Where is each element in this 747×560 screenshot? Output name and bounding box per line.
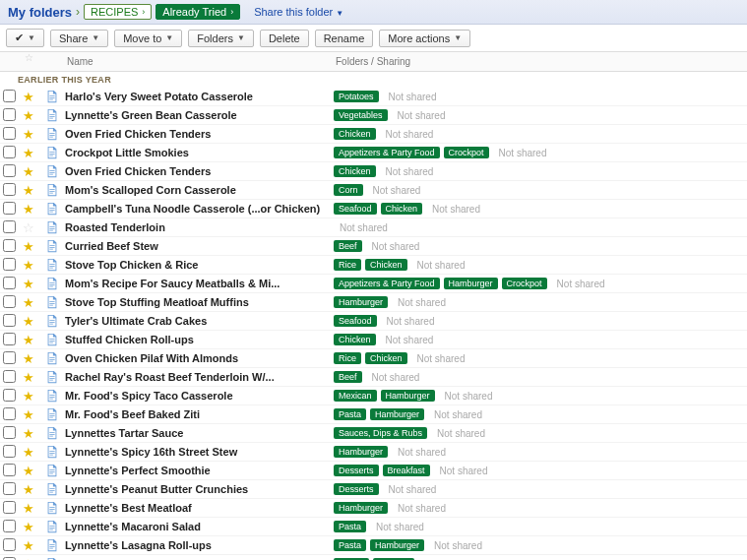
item-name[interactable]: Oven Chicken Pilaf With Almonds <box>65 350 334 366</box>
breadcrumb-root[interactable]: My folders <box>8 5 72 20</box>
breadcrumb-recipes[interactable]: RECIPES› <box>84 4 152 20</box>
folder-tag[interactable]: Hamburger <box>444 278 498 289</box>
row-checkbox[interactable] <box>0 258 18 273</box>
row-checkbox[interactable] <box>0 183 18 198</box>
folder-tag[interactable]: Hamburger <box>370 408 424 420</box>
item-name[interactable]: Lynnette's Best Meatloaf <box>65 500 334 516</box>
folder-tag[interactable]: Hamburger <box>334 296 388 308</box>
folder-tag[interactable]: Hamburger <box>370 539 424 551</box>
row-checkbox[interactable] <box>0 90 18 104</box>
folder-tag[interactable]: Beef <box>334 240 362 252</box>
folder-tag[interactable]: Pasta <box>334 408 366 420</box>
folder-tag[interactable]: Crockpot <box>444 147 489 158</box>
item-name[interactable]: Oven Fried Chicken Tenders <box>65 163 334 179</box>
folder-tag[interactable]: Desserts <box>334 465 379 476</box>
folder-tag[interactable]: Potatoes <box>334 91 379 102</box>
row-checkbox[interactable] <box>0 389 18 404</box>
move-to-button[interactable]: Move to▼ <box>114 30 182 47</box>
folder-tag[interactable]: Appetizers & Party Food <box>334 278 440 289</box>
item-name[interactable]: Stuffed Chicken Roll-ups <box>65 332 334 347</box>
folder-tag[interactable]: Chicken <box>365 259 407 271</box>
row-checkbox[interactable] <box>0 333 18 347</box>
row-checkbox[interactable] <box>0 239 18 254</box>
item-name[interactable]: Campbell's Tuna Noodle Casserole (...or … <box>65 201 334 217</box>
share-button[interactable]: Share▼ <box>50 30 108 47</box>
row-checkbox[interactable] <box>0 557 18 561</box>
row-checkbox[interactable] <box>0 482 18 497</box>
star-icon[interactable]: ★ <box>18 183 39 198</box>
row-checkbox[interactable] <box>0 295 18 310</box>
folder-tag[interactable]: Mexican <box>334 390 377 402</box>
item-name[interactable]: Lynnette's Perfect Smoothie <box>65 463 334 478</box>
star-icon[interactable]: ★ <box>18 557 39 561</box>
folder-tag[interactable]: Vegetables <box>334 109 388 121</box>
row-checkbox[interactable] <box>0 445 18 460</box>
item-name[interactable]: Curried Beef Stew <box>65 238 334 254</box>
folder-tag[interactable]: Chicken <box>334 334 376 345</box>
rename-button[interactable]: Rename <box>315 30 374 47</box>
row-checkbox[interactable] <box>0 426 18 441</box>
folder-tag[interactable]: Rice <box>334 259 361 271</box>
item-name[interactable]: Roasted Tenderloin <box>65 219 334 235</box>
more-actions-button[interactable]: More actions▼ <box>379 30 470 47</box>
star-icon[interactable]: ★ <box>18 407 39 422</box>
star-icon[interactable]: ★ <box>18 108 39 123</box>
star-icon[interactable]: ★ <box>18 389 39 404</box>
item-name[interactable]: Rachel Ray's Roast Beef Tenderloin W/... <box>65 369 334 385</box>
star-icon[interactable]: ★ <box>18 333 39 347</box>
item-name[interactable]: Stove Top Stuffing Meatloaf Muffins <box>65 294 334 310</box>
star-icon[interactable]: ★ <box>18 127 39 142</box>
item-name[interactable]: Mr. Food's Spicy Taco Casserole <box>65 388 334 404</box>
item-name[interactable]: Lynnette's Green Bean Casserole <box>65 107 334 123</box>
star-icon[interactable]: ★ <box>18 146 39 160</box>
folder-tag[interactable]: Appetizers & Party Food <box>334 147 440 158</box>
folder-tag[interactable]: Beef <box>334 371 362 383</box>
item-name[interactable]: Lynnette's Lasagna Roll-ups <box>65 537 334 553</box>
star-icon[interactable]: ★ <box>18 520 39 534</box>
row-checkbox[interactable] <box>0 146 18 160</box>
item-name[interactable]: Lynnette's Spicy 16th Street Stew <box>65 444 334 460</box>
folder-tag[interactable]: Hamburger <box>334 502 388 514</box>
row-checkbox[interactable] <box>0 520 18 534</box>
folder-tag[interactable]: Pasta <box>334 521 366 532</box>
folders-button[interactable]: Folders▼ <box>188 30 254 47</box>
star-icon[interactable]: ★ <box>18 482 39 497</box>
item-name[interactable]: Mom's Recipe For Saucy Meatballs & Mi... <box>65 276 334 291</box>
folder-tag[interactable]: Chicken <box>381 203 423 215</box>
folder-tag[interactable]: Crockpot <box>502 278 547 289</box>
folder-tag[interactable]: Rice <box>334 352 361 364</box>
column-name[interactable]: Name <box>65 52 334 71</box>
item-name[interactable]: Lynnettes Tartar Sauce <box>65 425 334 441</box>
star-icon[interactable]: ★ <box>18 314 39 329</box>
item-name[interactable]: Harlo's Very Sweet Potato Casserole <box>65 89 334 104</box>
star-icon[interactable]: ★ <box>18 277 39 291</box>
row-checkbox[interactable] <box>0 407 18 422</box>
delete-button[interactable]: Delete <box>260 30 309 47</box>
select-all-menu[interactable]: ✔▼ <box>6 29 44 47</box>
star-icon[interactable]: ★ <box>18 445 39 460</box>
folder-tag[interactable]: Corn <box>334 184 363 196</box>
item-name[interactable]: Oven Fried Chicken Tenders <box>65 126 334 142</box>
star-icon[interactable]: ★ <box>18 538 39 553</box>
folder-tag[interactable]: Desserts <box>334 483 379 495</box>
star-icon[interactable]: ★ <box>18 295 39 310</box>
folder-tag[interactable]: Chicken <box>365 352 407 364</box>
breadcrumb-already-tried[interactable]: Already Tried› <box>156 4 240 20</box>
row-checkbox[interactable] <box>0 277 18 291</box>
folder-tag[interactable]: Hamburger <box>334 446 388 458</box>
folder-tag[interactable]: Pasta <box>334 539 366 551</box>
star-icon[interactable]: ★ <box>18 464 39 478</box>
folder-tag[interactable]: Seafood <box>334 203 377 215</box>
column-sharing[interactable]: Folders / Sharing <box>334 52 747 71</box>
item-name[interactable]: Stove Top Chicken & Rice <box>65 257 334 273</box>
item-name[interactable]: Lynnette's Macaroni Salad <box>65 519 334 534</box>
row-checkbox[interactable] <box>0 220 18 235</box>
folder-tag[interactable]: Chicken <box>334 165 376 177</box>
folder-tag[interactable]: Breakfast <box>383 465 430 476</box>
row-checkbox[interactable] <box>0 314 18 329</box>
folder-tag[interactable]: Chicken <box>334 128 376 140</box>
item-name[interactable]: Mr. Food's Beef Baked Ziti <box>65 406 334 422</box>
row-checkbox[interactable] <box>0 370 18 385</box>
item-name[interactable]: Mom's Scalloped Corn Casserole <box>65 182 334 198</box>
folder-tag[interactable]: Sauces, Dips & Rubs <box>334 427 427 439</box>
